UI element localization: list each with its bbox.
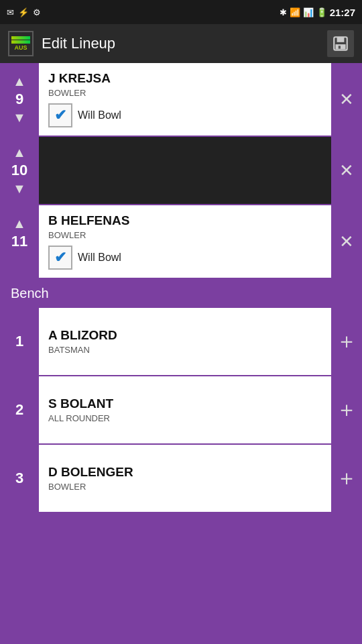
will-bowl-checkbox-9[interactable]: ✔ [48, 103, 72, 127]
bench-2-role: ALL ROUNDER [48, 413, 322, 423]
lineup-section: ▲ 9 ▼ J KREJSA BOWLER ✔ Will Bowl ✕ [0, 63, 362, 278]
content-area: ▲ 9 ▼ J KREJSA BOWLER ✔ Will Bowl ✕ [0, 63, 362, 644]
svg-rect-3 [339, 46, 341, 48]
row-11-number: 11 [11, 233, 27, 250]
bluetooth-icon: ✱ [280, 7, 287, 17]
remove-9-icon: ✕ [339, 89, 354, 110]
row-10-number: 10 [11, 162, 27, 179]
email-icon: ✉ [7, 7, 14, 17]
row-9-number: 9 [15, 91, 23, 108]
player-9-name: J KREJSA [48, 71, 322, 86]
row-10-controls: ▲ 10 ▼ [0, 137, 39, 204]
will-bowl-label-11: Will Bowl [78, 252, 121, 264]
header: AUS Edit Lineup [0, 24, 362, 63]
bench-label: Bench [11, 286, 49, 301]
player-11-role: BOWLER [48, 230, 322, 240]
bench-card-3: D BOLENGER BOWLER [39, 445, 331, 512]
status-time: 21:27 [330, 7, 355, 18]
status-bar-left: ✉ ⚡ ⚙ [7, 7, 41, 17]
player-9-role: BOWLER [48, 88, 322, 98]
battery-icon: 🔋 [316, 7, 327, 17]
lineup-row-11: ▲ 11 ▼ B HELFENAS BOWLER ✔ Will Bowl ✕ [0, 205, 362, 278]
save-icon [332, 35, 349, 52]
player-card-10-empty [39, 137, 331, 204]
will-bowl-checkbox-11[interactable]: ✔ [48, 246, 72, 270]
remove-10-icon: ✕ [339, 160, 354, 181]
logo-stripe [11, 36, 30, 40]
bench-3-name: D BOLENGER [48, 465, 322, 480]
settings-icon: ⚙ [33, 7, 41, 17]
status-bar: ✉ ⚡ ⚙ ✱ 📶 📊 🔋 21:27 [0, 0, 362, 24]
logo-stripe-2 [11, 40, 30, 44]
bench-header: Bench [0, 279, 362, 308]
bench-row-1: 1 A BLIZORD BATSMAN ＋ [0, 308, 362, 375]
bench-section: Bench 1 A BLIZORD BATSMAN ＋ 2 S BOLANT A… [0, 279, 362, 512]
row-10-down-button[interactable]: ▼ [11, 180, 27, 197]
row-9-up-button[interactable]: ▲ [11, 73, 27, 89]
will-bowl-area-9: ✔ Will Bowl [48, 103, 322, 127]
remove-10-button[interactable]: ✕ [331, 137, 362, 204]
svg-rect-1 [337, 37, 345, 42]
row-11-controls: ▲ 11 ▼ [0, 205, 39, 278]
row-9-down-button[interactable]: ▼ [11, 109, 27, 125]
bench-2-number: 2 [0, 376, 39, 443]
status-bar-right: ✱ 📶 📊 🔋 21:27 [280, 7, 355, 18]
page-title: Edit Lineup [42, 35, 319, 52]
lineup-row-9: ▲ 9 ▼ J KREJSA BOWLER ✔ Will Bowl ✕ [0, 63, 362, 136]
will-bowl-label-9: Will Bowl [78, 109, 121, 121]
signal-icon: 📊 [303, 7, 314, 17]
checkmark-11: ✔ [54, 249, 66, 266]
add-bench-2-icon: ＋ [336, 395, 357, 425]
bench-row-3: 3 D BOLENGER BOWLER ＋ [0, 445, 362, 512]
row-9-controls: ▲ 9 ▼ [0, 63, 39, 136]
bench-3-role: BOWLER [48, 482, 322, 492]
add-bench-1-button[interactable]: ＋ [331, 308, 362, 375]
bench-1-number: 1 [0, 308, 39, 375]
lineup-row-10: ▲ 10 ▼ ✕ [0, 137, 362, 204]
logo-text: AUS [14, 44, 27, 51]
bench-1-name: A BLIZORD [48, 328, 322, 343]
add-bench-2-button[interactable]: ＋ [331, 376, 362, 443]
bench-2-name: S BOLANT [48, 396, 322, 411]
save-button[interactable] [327, 30, 354, 57]
bench-1-role: BATSMAN [48, 345, 322, 355]
wifi-icon: 📶 [290, 7, 300, 17]
bench-3-number: 3 [0, 445, 39, 512]
checkmark-9: ✔ [54, 107, 66, 124]
row-11-up-button[interactable]: ▲ [11, 215, 27, 231]
remove-11-icon: ✕ [339, 231, 354, 252]
player-11-name: B HELFENAS [48, 213, 322, 228]
team-logo: AUS [8, 31, 34, 56]
bench-card-1: A BLIZORD BATSMAN [39, 308, 331, 375]
player-card-9: J KREJSA BOWLER ✔ Will Bowl [39, 63, 331, 136]
row-10-up-button[interactable]: ▲ [11, 144, 27, 160]
remove-11-button[interactable]: ✕ [331, 205, 362, 278]
add-bench-3-button[interactable]: ＋ [331, 445, 362, 512]
bench-card-2: S BOLANT ALL ROUNDER [39, 376, 331, 443]
bench-row-2: 2 S BOLANT ALL ROUNDER ＋ [0, 376, 362, 443]
player-card-11: B HELFENAS BOWLER ✔ Will Bowl [39, 205, 331, 278]
add-bench-3-icon: ＋ [336, 464, 357, 493]
usb-icon: ⚡ [18, 7, 29, 17]
will-bowl-area-11: ✔ Will Bowl [48, 246, 322, 270]
add-bench-1-icon: ＋ [336, 327, 357, 356]
remove-9-button[interactable]: ✕ [331, 63, 362, 136]
